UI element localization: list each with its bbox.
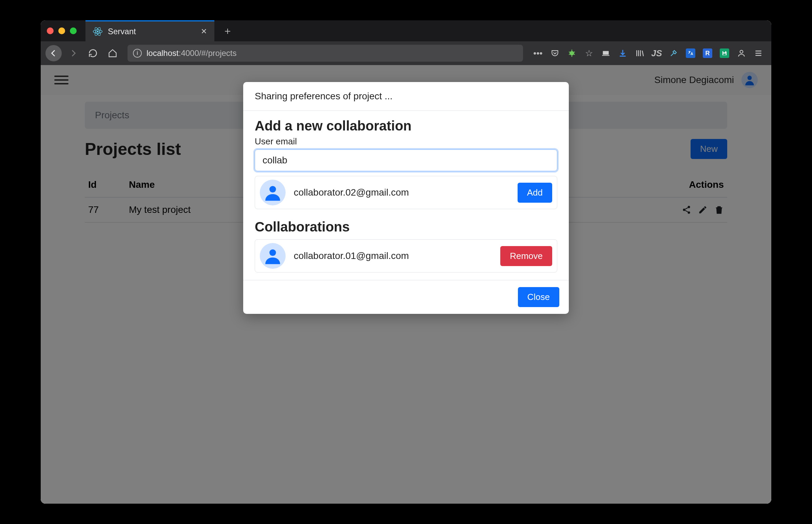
window-minimize-icon[interactable] bbox=[58, 28, 65, 34]
site-info-icon[interactable]: i bbox=[133, 49, 142, 58]
eyedropper-extension-icon[interactable] bbox=[669, 48, 678, 58]
tab-close-icon[interactable]: ✕ bbox=[201, 27, 207, 36]
svg-rect-7 bbox=[723, 51, 725, 52]
url-bar[interactable]: i localhost:4000/#/projects bbox=[128, 45, 523, 62]
add-collab-heading: Add a new collaboration bbox=[255, 118, 557, 133]
modal-title: Sharing preferences of project ... bbox=[243, 82, 569, 111]
browser-tab-strip: Servant ✕ ＋ bbox=[41, 20, 771, 42]
nav-back-button[interactable] bbox=[45, 45, 62, 61]
svg-point-14 bbox=[269, 186, 276, 193]
suggestion-email: collaborator.02@gmail.com bbox=[294, 187, 509, 198]
window-maximize-icon[interactable] bbox=[70, 28, 77, 34]
url-text: localhost:4000/#/projects bbox=[146, 48, 237, 58]
svg-point-0 bbox=[97, 31, 99, 32]
window-traffic-lights bbox=[47, 28, 77, 34]
add-button[interactable]: Add bbox=[518, 183, 552, 203]
svg-point-15 bbox=[269, 249, 276, 256]
remove-button[interactable]: Remove bbox=[500, 246, 552, 266]
suggestion-row: collaborator.02@gmail.com Add bbox=[255, 176, 557, 209]
svg-point-9 bbox=[740, 50, 743, 53]
collaborations-heading: Collaborations bbox=[255, 219, 557, 234]
browser-tab-active[interactable]: Servant ✕ bbox=[85, 20, 214, 42]
svg-rect-5 bbox=[603, 51, 608, 55]
close-button[interactable]: Close bbox=[518, 287, 559, 307]
avatar-icon bbox=[260, 180, 286, 206]
downloads-icon[interactable] bbox=[618, 48, 627, 58]
sharing-modal: Sharing preferences of project ... Add a… bbox=[243, 82, 569, 314]
app-menu-icon[interactable] bbox=[754, 48, 763, 58]
tab-title: Servant bbox=[108, 27, 195, 36]
js-extension-icon[interactable]: JS bbox=[652, 48, 662, 58]
react-icon bbox=[93, 27, 102, 36]
collaborator-row: collaborator.01@gmail.com Remove bbox=[255, 239, 557, 273]
email-input[interactable] bbox=[255, 149, 557, 171]
home-button[interactable] bbox=[105, 45, 121, 61]
profile-icon[interactable] bbox=[737, 48, 746, 58]
page-content: Simone Degiacomi Projects Projects list … bbox=[41, 65, 771, 504]
collaborator-email: collaborator.01@gmail.com bbox=[294, 250, 492, 261]
library-icon[interactable] bbox=[635, 48, 644, 58]
svg-point-4 bbox=[570, 51, 574, 55]
r-extension-icon[interactable]: R bbox=[703, 48, 712, 58]
email-label: User email bbox=[255, 136, 557, 147]
bookmark-star-icon[interactable]: ☆ bbox=[584, 48, 593, 58]
avatar-icon bbox=[260, 243, 286, 269]
nav-forward-button[interactable] bbox=[65, 45, 81, 61]
window-close-icon[interactable] bbox=[47, 28, 53, 34]
more-dots-icon[interactable]: ••• bbox=[533, 48, 543, 58]
translate-extension-icon[interactable] bbox=[686, 48, 695, 58]
browser-window: Servant ✕ ＋ i localhost:4000/#/projects … bbox=[41, 20, 771, 504]
laptop-extension-icon[interactable] bbox=[601, 48, 610, 58]
browser-toolbar: i localhost:4000/#/projects ••• ☆ J bbox=[41, 42, 771, 65]
pocket-icon[interactable] bbox=[550, 48, 560, 58]
new-tab-button[interactable]: ＋ bbox=[223, 24, 233, 38]
svg-rect-6 bbox=[602, 55, 609, 55]
reload-button[interactable] bbox=[85, 45, 101, 61]
toolbar-extensions: ••• ☆ JS R bbox=[530, 48, 767, 58]
bug-extension-icon[interactable] bbox=[567, 48, 577, 58]
svg-rect-8 bbox=[723, 53, 726, 55]
save-extension-icon[interactable] bbox=[720, 48, 729, 58]
